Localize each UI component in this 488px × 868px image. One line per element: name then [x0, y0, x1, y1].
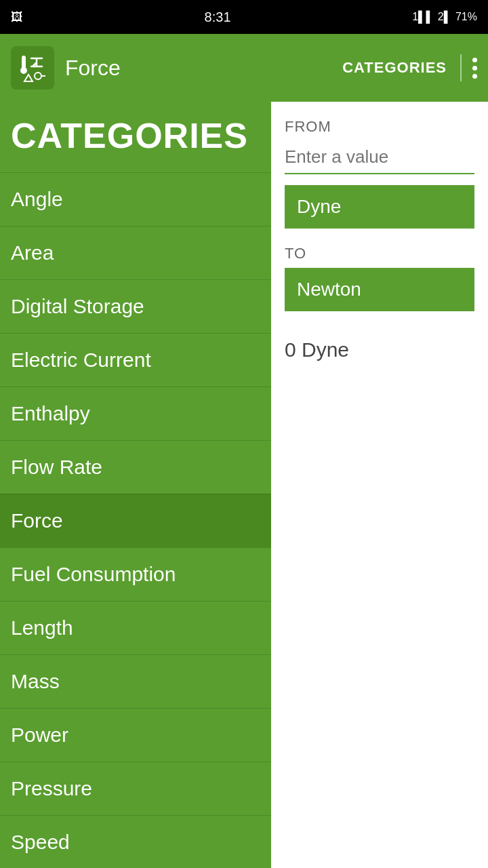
- sidebar-item-angle[interactable]: Angle: [0, 172, 271, 226]
- app-bar: Force CATEGORIES: [0, 34, 488, 102]
- sidebar-header: CATEGORIES: [0, 102, 271, 172]
- svg-point-2: [35, 73, 41, 79]
- from-unit-button[interactable]: Dyne: [285, 185, 474, 229]
- result-display: 0 Dyne: [285, 338, 474, 361]
- sidebar-item-length[interactable]: Length: [0, 601, 271, 654]
- sidebar-item-area[interactable]: Area: [0, 226, 271, 279]
- value-input[interactable]: [285, 141, 474, 174]
- sidebar-item-speed[interactable]: Speed: [0, 815, 271, 868]
- status-bar: 🖼 8:31 1▌▌ 2▌ 71%: [0, 0, 488, 34]
- overflow-menu-button[interactable]: [472, 58, 477, 79]
- app-icon: [11, 46, 54, 90]
- sidebar-item-fuel-consumption[interactable]: Fuel Consumption: [0, 547, 271, 601]
- categories-button[interactable]: CATEGORIES: [342, 59, 447, 77]
- from-label: FROM: [285, 118, 474, 136]
- status-left: 🖼: [11, 10, 23, 24]
- app-title: Force: [65, 56, 342, 81]
- sidebar: CATEGORIES Angle Area Digital Storage El…: [0, 102, 271, 868]
- to-unit-button[interactable]: Newton: [285, 268, 474, 311]
- converter-panel: FROM Dyne TO Newton 0 Dyne: [271, 102, 488, 868]
- sidebar-item-digital-storage[interactable]: Digital Storage: [0, 279, 271, 333]
- battery-text: 71%: [455, 11, 477, 23]
- sidebar-item-force[interactable]: Force: [0, 494, 271, 547]
- to-label: TO: [285, 245, 474, 262]
- signal2-icon: 2▌: [438, 11, 451, 23]
- svg-point-1: [20, 67, 27, 74]
- sidebar-item-pressure[interactable]: Pressure: [0, 762, 271, 815]
- clock: 8:31: [205, 9, 231, 25]
- sidebar-item-power[interactable]: Power: [0, 708, 271, 762]
- menu-dot-1: [472, 58, 477, 62]
- signal-icon: 1▌▌: [412, 11, 434, 23]
- divider: [460, 54, 462, 81]
- main-content: CATEGORIES Angle Area Digital Storage El…: [0, 102, 488, 868]
- sidebar-item-flow-rate[interactable]: Flow Rate: [0, 440, 271, 494]
- menu-dot-2: [472, 66, 477, 71]
- status-right: 1▌▌ 2▌ 71%: [412, 11, 477, 23]
- photo-icon: 🖼: [11, 10, 23, 24]
- menu-dot-3: [472, 74, 477, 79]
- sidebar-item-electric-current[interactable]: Electric Current: [0, 333, 271, 387]
- sidebar-item-enthalpy[interactable]: Enthalpy: [0, 387, 271, 440]
- sidebar-item-mass[interactable]: Mass: [0, 654, 271, 708]
- sidebar-header-label: CATEGORIES: [11, 116, 248, 155]
